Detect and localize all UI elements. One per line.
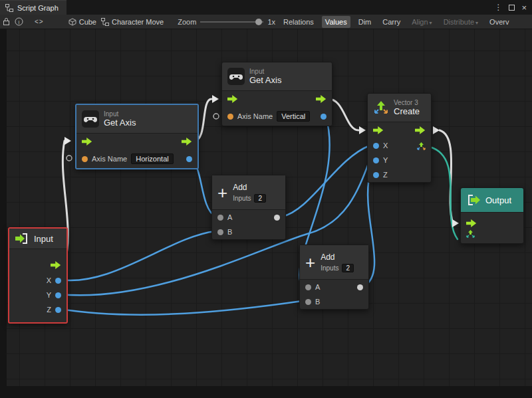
axis-name-field[interactable]: Vertical [277,111,310,122]
flow-in-arrow-icon[interactable] [82,138,92,146]
y-port[interactable] [373,157,379,163]
distribute-button[interactable]: Distribute▾ [440,16,481,28]
overview-button[interactable]: Overv [486,16,512,28]
flow-in-arrow-icon[interactable] [466,219,477,227]
carry-button[interactable]: Carry [379,16,404,28]
port-label: Z [383,171,388,179]
node-category: Input [249,68,281,75]
node-vector3-create[interactable]: Vector 3 Create X [367,93,432,183]
kebab-menu-icon[interactable]: ⋮ [494,3,502,12]
unconnected-port-circle[interactable] [213,114,219,119]
node-header[interactable]: Vector 3 Create [368,94,431,122]
info-icon[interactable]: i [15,17,23,26]
port-label: X [383,142,388,149]
code-view-icon[interactable]: <> [35,18,44,25]
flow-out-arrow-icon[interactable] [51,261,61,269]
maximize-icon[interactable] [509,5,515,11]
tab-bar: Script Graph ⋮ × [0,0,532,15]
lock-icon[interactable] [3,17,10,26]
flow-port-arrow[interactable] [452,219,459,227]
node-add-1[interactable]: + Add Inputs 2 A B [211,175,286,240]
node-header[interactable]: Output [461,188,523,213]
zoom-slider[interactable] [200,21,263,23]
flow-in-arrow-icon[interactable] [373,126,384,134]
string-port[interactable] [227,114,233,120]
node-add-2[interactable]: + Add Inputs 2 A B [299,245,369,310]
flow-in-arrow-icon[interactable] [227,95,238,103]
input-b-port[interactable] [305,299,311,305]
window-controls: ⋮ × [494,0,532,15]
svg-text:i: i [19,19,20,25]
node-title: Add [233,183,266,192]
vector3-value-port-icon[interactable] [466,229,475,238]
result-port[interactable] [357,284,363,290]
unconnected-port-circle[interactable] [66,155,72,161]
zoom-slider-handle[interactable] [255,19,262,25]
port-label: X [47,276,51,284]
node-category: Vector 3 [394,99,420,106]
plus-icon: + [217,185,227,200]
float-out-port[interactable] [186,156,192,162]
gamepad-icon [227,68,245,85]
graph-icon [5,4,13,12]
chevron-down-icon: ▾ [430,20,432,26]
node-header[interactable]: + Add Inputs 2 [212,175,285,210]
axis-name-field[interactable]: Horizontal [131,153,174,164]
node-output[interactable]: Output [460,187,524,244]
z-port[interactable] [373,172,379,178]
node-header[interactable]: Input Get Axis [222,62,332,91]
wire-inputx-to-add1-b[interactable] [60,231,215,280]
node-title: Input [34,234,53,244]
graph-canvas[interactable]: Input Get Axis Axis Name Vertical [0,29,532,398]
port-label: B [227,228,232,236]
dim-button[interactable]: Dim [355,16,375,28]
node-title: Get Axis [104,118,136,128]
result-port[interactable] [274,215,280,221]
close-icon[interactable]: × [521,3,527,13]
tab-script-graph[interactable]: Script Graph [0,0,66,15]
node-header[interactable]: Input [9,229,66,249]
flow-port-arrow[interactable] [359,126,366,134]
vector3-mini-icon[interactable] [417,142,426,150]
values-button[interactable]: Values [322,16,350,28]
float-out-port[interactable] [321,114,327,120]
flow-port-arrow[interactable] [433,126,440,134]
node-title: Create [394,106,420,116]
wire-getaxis-vertical-to-vector3[interactable] [329,99,358,130]
zoom-value: 1x [267,18,275,26]
script-graph-icon [101,18,109,26]
wire-inputz-to-add2-b[interactable] [60,301,302,315]
x-port[interactable] [373,143,379,149]
node-title: Add [321,252,354,262]
param-label: Axis Name [92,155,127,163]
inputs-count-field[interactable]: 2 [342,264,354,272]
target-breadcrumb[interactable]: Cube [68,18,96,26]
node-get-axis-vertical[interactable]: Input Get Axis Axis Name Vertical [221,62,332,126]
x-out-port[interactable] [55,278,61,284]
node-get-axis-horizontal[interactable]: Input Get Axis Axis Name Horizontal [75,104,199,169]
param-label: Axis Name [237,112,273,120]
flow-out-arrow-icon[interactable] [182,138,192,146]
string-port[interactable] [82,156,88,162]
cube-icon [68,18,76,26]
node-title: Get Axis [249,75,281,85]
node-header[interactable]: Input Get Axis [76,105,198,134]
inputs-count-field[interactable]: 2 [254,194,266,203]
y-out-port[interactable] [55,292,61,298]
align-button[interactable]: Align▾ [408,16,435,28]
node-input[interactable]: Input X Y Z [8,227,68,324]
relations-button[interactable]: Relations [280,16,317,28]
input-icon [15,232,29,245]
flow-port-arrow[interactable] [65,137,71,145]
node-header[interactable]: + Add Inputs 2 [300,245,368,280]
gamepad-icon [82,110,99,128]
flow-out-arrow-icon[interactable] [316,95,327,103]
input-a-port[interactable] [305,284,311,290]
z-out-port[interactable] [55,307,61,313]
input-b-port[interactable] [217,229,223,235]
graph-breadcrumb[interactable]: Character Move [101,18,164,26]
graph-toolbar: i <> Cube Character Move Zoom 1x [0,15,532,29]
flow-port-arrow[interactable] [212,95,219,103]
flow-out-arrow-icon[interactable] [415,126,426,134]
input-a-port[interactable] [217,215,223,221]
